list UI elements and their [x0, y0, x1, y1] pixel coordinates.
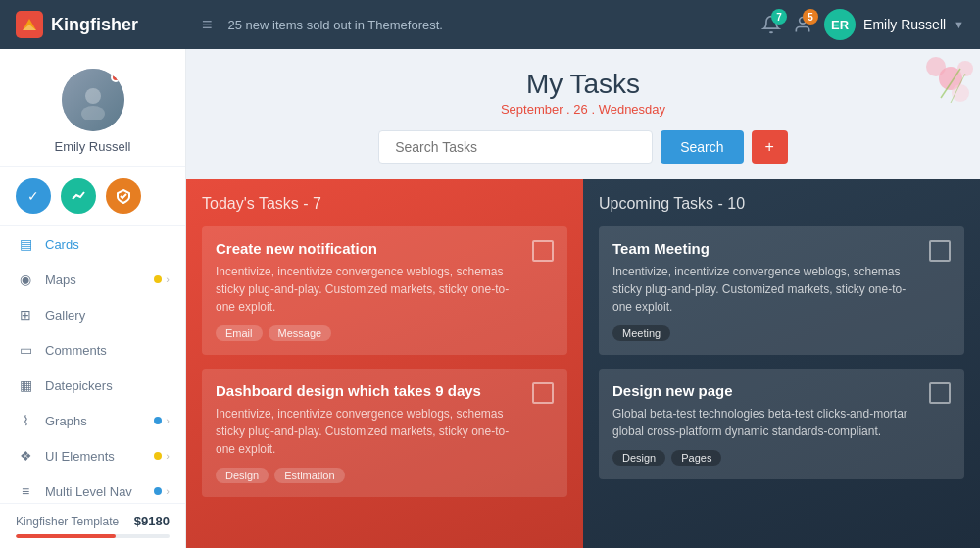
topnav: Kingfisher ≡ 25 new items sold out in Th…	[0, 0, 980, 49]
nav-label-multi-level-nav: Multi Level Nav	[45, 484, 154, 499]
nav-label-comments: Comments	[45, 343, 170, 358]
task-desc: Global beta-test technologies beta-test …	[612, 405, 919, 440]
task-card-content: Dashboard design which takes 9 days Ince…	[216, 382, 522, 483]
brand-logo	[16, 11, 43, 38]
hamburger-icon[interactable]: ≡	[202, 15, 213, 35]
nav-label-graphs: Graphs	[45, 414, 154, 428]
sidebar-item-cards[interactable]: ▤ Cards	[0, 226, 185, 262]
tag-design: Design	[612, 450, 665, 466]
gallery-icon: ⊞	[16, 307, 35, 323]
task-desc: Incentivize, incentivize convergence web…	[612, 263, 919, 316]
tag-design: Design	[216, 468, 269, 483]
announcement-text: 25 new items sold out in Themeforest.	[228, 18, 762, 32]
footer-label: Kingfisher Template	[16, 515, 119, 528]
user-avatar-nav: ER	[824, 9, 856, 40]
messages-badge: 5	[803, 9, 818, 25]
task-card: Team Meeting Incentivize, incentivize co…	[599, 226, 964, 355]
cards-icon: ▤	[16, 236, 35, 252]
nav-label-gallery: Gallery	[45, 308, 170, 323]
sidebar-item-ui-elements[interactable]: ❖ UI Elements ›	[0, 438, 185, 473]
avatar-status-dot	[111, 73, 121, 82]
layout: Emily Russell ✓ ▤ Cards ◉	[0, 49, 980, 548]
page-title: My Tasks	[206, 69, 960, 100]
datepickers-icon: ▦	[16, 377, 35, 393]
task-checkbox[interactable]	[532, 382, 554, 404]
task-card-content: Design new page Global beta-test technol…	[612, 382, 919, 466]
ui-elements-icon: ❖	[16, 448, 35, 464]
sidebar-nav: ▤ Cards ◉ Maps › ⊞ Gallery ▭ Comments ▦ …	[0, 226, 185, 503]
tag-message: Message	[269, 325, 332, 341]
sidebar: Emily Russell ✓ ▤ Cards ◉	[0, 49, 186, 548]
user-name-nav: Emily Russell	[863, 17, 946, 32]
footer-price: $9180	[134, 514, 170, 528]
task-title: Dashboard design which takes 9 days	[216, 382, 522, 399]
graphs-icon: ⌇	[16, 413, 35, 428]
task-tags: Meeting	[612, 325, 919, 341]
sidebar-item-multi-level-nav[interactable]: ≡ Multi Level Nav ›	[0, 473, 185, 503]
sidebar-quick-icons: ✓	[0, 167, 185, 226]
multi-level-nav-icon: ≡	[16, 483, 35, 499]
upcoming-col-header: Upcoming Tasks - 10	[599, 195, 964, 213]
notification-button[interactable]: 7	[761, 15, 781, 34]
search-input[interactable]	[378, 130, 653, 164]
add-task-button[interactable]: +	[752, 130, 788, 164]
nav-label-maps: Maps	[45, 273, 154, 287]
upcoming-tasks-column: Upcoming Tasks - 10 Team Meeting Incenti…	[583, 179, 980, 548]
maps-arrow-icon: ›	[166, 274, 170, 285]
tasks-area: Today's Tasks - 7 Create new notificatio…	[186, 179, 980, 548]
task-tags: Email Message	[216, 325, 522, 341]
tag-estimation: Estimation	[274, 468, 344, 483]
task-card: Dashboard design which takes 9 days Ince…	[202, 369, 567, 497]
sidebar-profile: Emily Russell	[0, 49, 185, 167]
sidebar-icon-trend[interactable]	[61, 178, 96, 214]
ui-elements-arrow-icon: ›	[166, 450, 170, 462]
task-card-content: Create new notification Incentivize, inc…	[216, 240, 522, 341]
today-col-header: Today's Tasks - 7	[202, 195, 567, 213]
svg-point-5	[81, 106, 105, 120]
nav-label-cards: Cards	[45, 237, 170, 252]
notification-badge: 7	[771, 9, 787, 25]
sidebar-item-maps[interactable]: ◉ Maps ›	[0, 262, 185, 297]
task-desc: Incentivize, incentivize convergence web…	[216, 263, 522, 316]
brand: Kingfisher	[16, 11, 202, 38]
main-header: My Tasks September . 26 . Wednesday	[186, 49, 980, 130]
sidebar-item-graphs[interactable]: ⌇ Graphs ›	[0, 403, 185, 438]
tag-meeting: Meeting	[612, 325, 670, 341]
footer-progress-bar	[16, 534, 116, 538]
profile-name: Emily Russell	[54, 139, 130, 154]
multi-level-nav-dot	[154, 487, 162, 495]
maps-icon: ◉	[16, 272, 35, 287]
task-title: Design new page	[612, 382, 919, 399]
sidebar-icon-check[interactable]: ✓	[16, 178, 51, 214]
maps-dot	[154, 275, 162, 283]
search-button[interactable]: Search	[661, 130, 743, 164]
task-checkbox[interactable]	[929, 240, 951, 262]
multi-level-nav-arrow-icon: ›	[166, 485, 170, 497]
sidebar-item-gallery[interactable]: ⊞ Gallery	[0, 297, 185, 332]
tag-email: Email	[216, 325, 263, 341]
task-card-content: Team Meeting Incentivize, incentivize co…	[612, 240, 919, 341]
svg-point-4	[85, 88, 101, 104]
task-tags: Design Estimation	[216, 468, 522, 483]
sidebar-item-datepickers[interactable]: ▦ Datepickers	[0, 368, 185, 403]
user-menu[interactable]: ER Emily Russell ▼	[824, 9, 964, 40]
today-tasks-column: Today's Tasks - 7 Create new notificatio…	[186, 179, 583, 548]
task-checkbox[interactable]	[929, 382, 951, 404]
task-title: Create new notification	[216, 240, 522, 257]
graphs-arrow-icon: ›	[166, 415, 170, 426]
task-card: Design new page Global beta-test technol…	[599, 369, 964, 479]
messages-button[interactable]: 5	[793, 15, 812, 34]
task-card: Create new notification Incentivize, inc…	[202, 226, 567, 355]
sidebar-item-comments[interactable]: ▭ Comments	[0, 332, 185, 368]
profile-avatar	[62, 69, 124, 131]
ui-elements-dot	[154, 452, 162, 460]
task-checkbox[interactable]	[532, 240, 554, 262]
main-content: My Tasks September . 26 . Wednesday Sear…	[186, 49, 980, 548]
topnav-right: 7 5 ER Emily Russell ▼	[761, 9, 964, 40]
comments-icon: ▭	[16, 342, 35, 358]
sidebar-icon-shield[interactable]	[106, 178, 141, 214]
graphs-dot	[154, 417, 162, 424]
footer-progress-bar-container	[16, 534, 170, 538]
brand-name: Kingfisher	[51, 15, 138, 35]
search-bar: Search +	[186, 130, 980, 179]
